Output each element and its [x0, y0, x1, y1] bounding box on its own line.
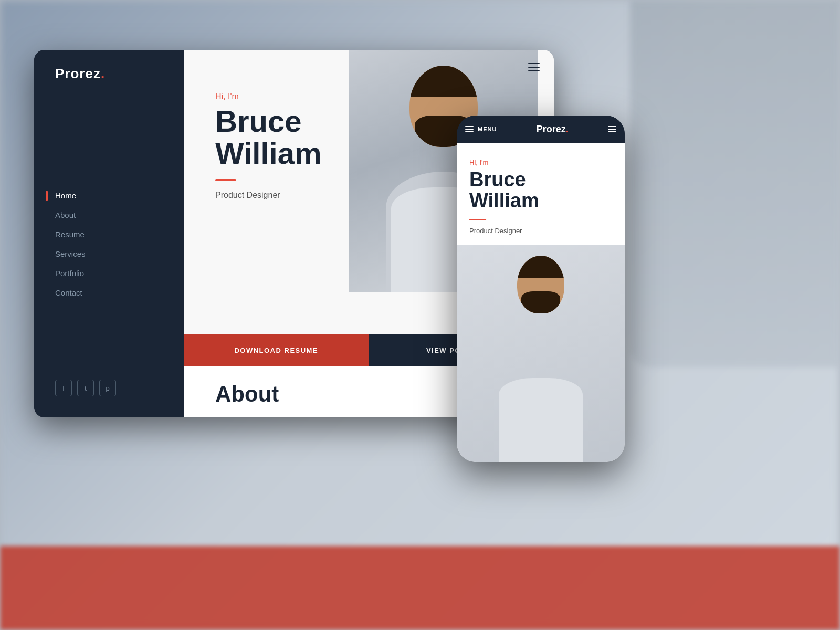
hamburger-line-2 — [528, 67, 540, 68]
hero-content: Hi, I'm Bruce William Product Designer — [215, 92, 322, 200]
sidebar-item-resume[interactable]: Resume — [55, 226, 163, 243]
mobile-logo-dot: . — [566, 124, 569, 134]
hamburger-line-1 — [528, 63, 540, 64]
sidebar-item-portfolio[interactable]: Portfolio — [55, 265, 163, 282]
mobile-hamburger-button[interactable] — [608, 126, 616, 132]
hero-divider — [215, 179, 236, 181]
mobile-person-beard — [521, 291, 560, 313]
hamburger-line-3 — [528, 70, 540, 71]
mobile-hamburger-line-1 — [608, 126, 616, 127]
pinterest-button[interactable]: p — [99, 380, 116, 396]
hero-job-title: Product Designer — [215, 191, 322, 200]
twitter-button[interactable]: t — [77, 380, 94, 396]
sidebar-social: f t p — [55, 380, 116, 396]
hero-name: Bruce William — [215, 106, 322, 170]
download-resume-button[interactable]: DOWNLOAD RESUME — [184, 334, 369, 366]
mobile-menu-line-1 — [465, 126, 474, 127]
sidebar-navigation: Home About Resume Services Portfolio Con… — [34, 187, 184, 301]
sidebar-logo-dot: . — [101, 66, 105, 81]
mobile-hamburger-line-2 — [608, 129, 616, 130]
mobile-menu-left: MENU — [465, 126, 497, 132]
mobile-menu-label: MENU — [478, 126, 497, 132]
person-hair — [410, 66, 478, 97]
background-red-bar — [0, 546, 840, 630]
mobile-person-hair — [517, 256, 564, 278]
mobile-person-area — [457, 245, 625, 462]
sidebar-logo-area: Prorez. — [34, 66, 184, 82]
mobile-mockup: MENU Prorez. Hi, I'm Bruce William Produ… — [457, 116, 625, 462]
mobile-person-head — [517, 256, 564, 313]
mobile-divider — [469, 219, 486, 220]
mobile-menu-icon[interactable] — [465, 126, 474, 132]
mobile-menu-line-2 — [465, 129, 474, 130]
mobile-hamburger-line-3 — [608, 131, 616, 132]
mobile-menu-line-3 — [465, 131, 474, 132]
hamburger-button[interactable] — [524, 58, 543, 77]
sidebar-item-home[interactable]: Home — [55, 187, 163, 204]
mobile-body: Hi, I'm Bruce William Product Designer — [457, 143, 625, 462]
sidebar-logo: Prorez. — [55, 66, 105, 81]
tablet-header — [524, 58, 543, 77]
background-person — [630, 0, 840, 368]
mobile-hero-content: Hi, I'm Bruce William Product Designer — [457, 143, 625, 245]
mobile-name: Bruce William — [469, 170, 612, 212]
mobile-greeting: Hi, I'm — [469, 159, 612, 166]
sidebar-item-services[interactable]: Services — [55, 245, 163, 262]
mobile-header: MENU Prorez. — [457, 116, 625, 143]
mobile-person-body — [499, 378, 583, 462]
mobile-job-title: Product Designer — [469, 227, 612, 235]
sidebar-item-contact[interactable]: Contact — [55, 284, 163, 301]
facebook-button[interactable]: f — [55, 380, 72, 396]
hero-greeting: Hi, I'm — [215, 92, 322, 101]
mobile-logo: Prorez. — [537, 124, 569, 135]
sidebar: Prorez. Home About Resume Services Portf… — [34, 50, 184, 417]
sidebar-item-about[interactable]: About — [55, 206, 163, 224]
